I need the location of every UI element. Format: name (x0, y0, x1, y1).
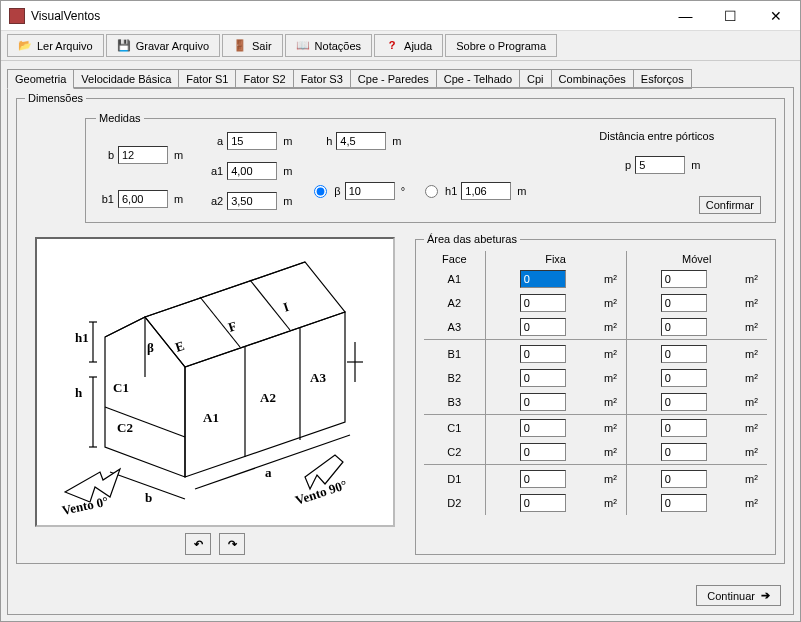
unit: m² (741, 291, 767, 315)
medidas-group: Medidas b m b1 m (85, 112, 776, 223)
p-input[interactable] (635, 156, 685, 174)
fixa-input[interactable] (520, 369, 566, 387)
h1-input[interactable] (461, 182, 511, 200)
fixa-input[interactable] (520, 270, 566, 288)
confirmar-button[interactable]: Confirmar (699, 196, 761, 214)
movel-input[interactable] (661, 470, 707, 488)
fixa-input[interactable] (520, 470, 566, 488)
dimensoes-legend: Dimensões (25, 92, 86, 104)
movel-input[interactable] (661, 270, 707, 288)
tab-s1[interactable]: Fator S1 (178, 69, 236, 89)
tab-cpi[interactable]: Cpi (519, 69, 552, 89)
aberturas-row: B3m²m² (424, 390, 767, 415)
unit: m² (600, 440, 626, 465)
open-file-button[interactable]: 📂Ler Arquivo (7, 34, 104, 57)
diagram-panel: h h1 β C1 C2 A1 A2 A3 E F I a b (25, 233, 405, 555)
svg-text:C1: C1 (113, 380, 129, 395)
tab-velocidade[interactable]: Velocidade Básica (73, 69, 179, 89)
h1-radio[interactable] (425, 185, 438, 198)
fixa-input[interactable] (520, 345, 566, 363)
book-icon: 📖 (296, 39, 310, 53)
svg-text:A1: A1 (203, 410, 219, 425)
b-label: b (96, 149, 114, 161)
rotate-cw-button[interactable]: ↷ (219, 533, 245, 555)
b1-input[interactable] (118, 190, 168, 208)
unit: m² (600, 467, 626, 491)
unit: m² (741, 315, 767, 340)
a2-input[interactable] (227, 192, 277, 210)
beta-input[interactable] (345, 182, 395, 200)
svg-line-10 (145, 262, 305, 317)
diagram-frame: h h1 β C1 C2 A1 A2 A3 E F I a b (35, 237, 395, 527)
face-cell: B2 (424, 366, 485, 390)
aberturas-row: A1m²m² (424, 267, 767, 291)
unit: m² (600, 366, 626, 390)
movel-input[interactable] (661, 294, 707, 312)
close-button[interactable]: ✕ (753, 1, 798, 30)
svg-text:I: I (281, 299, 290, 315)
aberturas-row: A2m²m² (424, 291, 767, 315)
a-input[interactable] (227, 132, 277, 150)
tab-cpe-telhado[interactable]: Cpe - Telhado (436, 69, 520, 89)
unit: m² (600, 267, 626, 291)
movel-input[interactable] (661, 393, 707, 411)
aberturas-row: A3m²m² (424, 315, 767, 340)
fixa-input[interactable] (520, 494, 566, 512)
movel-input[interactable] (661, 318, 707, 336)
unit: m² (600, 291, 626, 315)
unit: m² (741, 366, 767, 390)
minimize-button[interactable]: — (663, 1, 708, 30)
a1-input[interactable] (227, 162, 277, 180)
aberturas-legend: Área das abeturas (424, 233, 520, 245)
dimensoes-group: Dimensões Medidas b m b1 m (16, 92, 785, 564)
tab-geometria[interactable]: Geometria (7, 69, 74, 89)
save-file-button[interactable]: 💾Gravar Arquivo (106, 34, 220, 57)
fixa-input[interactable] (520, 443, 566, 461)
continuar-button[interactable]: Continuar ➔ (696, 585, 781, 606)
tab-s3[interactable]: Fator S3 (293, 69, 351, 89)
svg-text:E: E (173, 338, 186, 355)
notations-button[interactable]: 📖Notações (285, 34, 372, 57)
building-diagram: h h1 β C1 C2 A1 A2 A3 E F I a b (45, 247, 385, 517)
about-button[interactable]: Sobre o Programa (445, 34, 557, 57)
unit: m² (600, 491, 626, 515)
tab-combinacoes[interactable]: Combinações (551, 69, 634, 89)
h-label: h (314, 135, 332, 147)
aberturas-row: B1m²m² (424, 342, 767, 366)
movel-input[interactable] (661, 494, 707, 512)
movel-input[interactable] (661, 345, 707, 363)
fixa-input[interactable] (520, 294, 566, 312)
exit-button[interactable]: 🚪Sair (222, 34, 283, 57)
unit: m² (741, 440, 767, 465)
window-title: VisualVentos (31, 9, 663, 23)
h-input[interactable] (336, 132, 386, 150)
open-icon: 📂 (18, 39, 32, 53)
redo-icon: ↷ (228, 538, 237, 551)
movel-input[interactable] (661, 369, 707, 387)
svg-text:β: β (147, 340, 154, 355)
face-cell: D1 (424, 467, 485, 491)
tab-esforcos[interactable]: Esforços (633, 69, 692, 89)
movel-input[interactable] (661, 443, 707, 461)
unit: m² (741, 416, 767, 440)
maximize-button[interactable]: ☐ (708, 1, 753, 30)
beta-radio[interactable] (314, 185, 327, 198)
aberturas-row: D1m²m² (424, 467, 767, 491)
fixa-input[interactable] (520, 318, 566, 336)
unit: m² (600, 342, 626, 366)
movel-input[interactable] (661, 419, 707, 437)
tab-s2[interactable]: Fator S2 (235, 69, 293, 89)
fixa-input[interactable] (520, 419, 566, 437)
tab-cpe-paredes[interactable]: Cpe - Paredes (350, 69, 437, 89)
dist-label: Distância entre pórticos (599, 130, 714, 142)
fixa-input[interactable] (520, 393, 566, 411)
help-button[interactable]: ?Ajuda (374, 34, 443, 57)
svg-text:h: h (75, 385, 83, 400)
a-unit: m (283, 135, 292, 147)
aberturas-group: Área das abeturas Face Fixa Móvel A1m²m²… (415, 233, 776, 555)
h-unit: m (392, 135, 401, 147)
p-unit: m (691, 159, 700, 171)
rotate-ccw-button[interactable]: ↶ (185, 533, 211, 555)
svg-text:A3: A3 (310, 370, 326, 385)
b-input[interactable] (118, 146, 168, 164)
